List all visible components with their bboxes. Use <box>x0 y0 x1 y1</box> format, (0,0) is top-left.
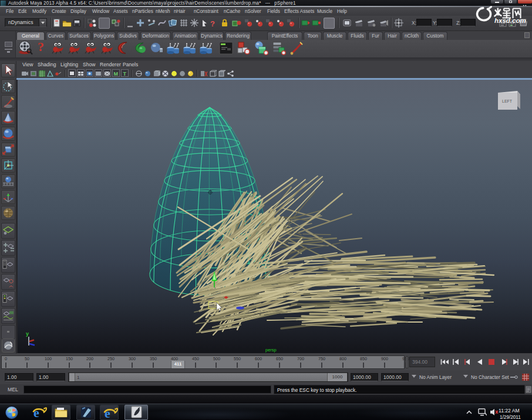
svg-text:LEFT: LEFT <box>502 99 513 103</box>
svg-text:y: y <box>26 331 29 337</box>
svg-text:T: T <box>123 71 126 77</box>
svg-text:e: e <box>33 405 39 419</box>
svg-text:e: e <box>105 406 110 420</box>
svg-text:M: M <box>114 71 119 77</box>
svg-text:persp: persp <box>265 347 277 353</box>
svg-text:hxsd.com: hxsd.com <box>494 17 526 24</box>
